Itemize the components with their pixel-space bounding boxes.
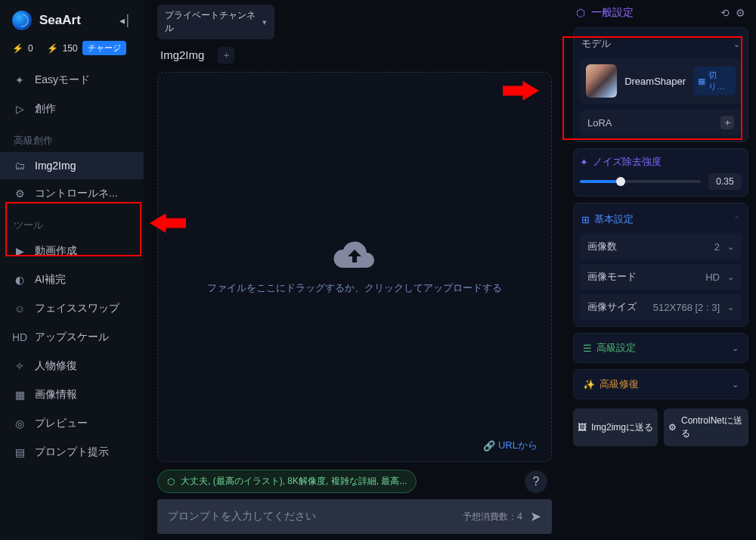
qr-icon: ▦: [698, 76, 705, 86]
image-size-row[interactable]: 画像サイズ 512X768 [2 : 3]⌄: [580, 294, 742, 320]
tab-img2img[interactable]: Img2Img: [157, 45, 207, 64]
private-channel-dropdown[interactable]: プライベートチャンネル ▾: [157, 5, 274, 39]
main-area: プライベートチャンネル ▾ Img2Img ＋ ファイルをここにドラッグするか、…: [144, 0, 565, 540]
image-size-value: 512X768 [2 : 3]: [653, 302, 720, 313]
nav-preview-label: プレビュー: [35, 417, 88, 430]
model-card: モデル ⌄ DreamShaper ▦ 切り… LoRA ＋: [573, 27, 748, 142]
brand-row: SeaArt ◂│: [0, 6, 144, 39]
send-icon[interactable]: ➤: [530, 508, 541, 525]
chevron-down-icon: ⌄: [732, 380, 739, 389]
top-strip: プライベートチャンネル ▾: [150, 0, 559, 39]
private-channel-label: プライベートチャンネル: [165, 9, 262, 35]
nav-img2img[interactable]: 🗂 Img2Img: [0, 152, 144, 179]
advanced-settings-card[interactable]: ☰高級設定 ⌄: [573, 333, 748, 363]
image-size-label: 画像サイズ: [587, 300, 637, 314]
list-icon: ▤: [14, 446, 26, 458]
cube-icon: ⬡: [167, 476, 175, 487]
nav-imginfo-label: 画像情報: [35, 388, 77, 402]
nav-video[interactable]: ▶動画作成: [0, 237, 144, 265]
denoise-slider-row: 0.35: [580, 173, 742, 190]
model-switch-button[interactable]: ▦ 切り…: [693, 67, 736, 95]
panel-title: 一般設定: [591, 6, 634, 20]
basic-label: 基本設定: [594, 213, 634, 226]
nav-video-label: 動画作成: [35, 244, 77, 258]
nav-aicomp-label: AI補完: [35, 273, 66, 287]
image-mode-label: 画像モード: [587, 270, 637, 284]
nav-upscale[interactable]: HDアップスケール: [0, 323, 144, 352]
send-img2img-button[interactable]: 🖼 Img2imgに送る: [573, 408, 658, 446]
add-lora-button[interactable]: ＋: [720, 116, 734, 129]
advanced-repair-card[interactable]: ✨高級修復 ⌄: [573, 369, 748, 399]
url-upload-label: URLから: [498, 439, 538, 452]
sidebar: SeaArt ◂│ ⚡ 0 ⚡ 150 チャージ ✦ Easyモード ▷ 創作 …: [0, 0, 144, 540]
model-section-label: モデル: [581, 37, 611, 51]
charge-button[interactable]: チャージ: [82, 41, 126, 55]
help-button[interactable]: ?: [525, 470, 547, 493]
denoise-slider[interactable]: [580, 180, 701, 183]
nav-restore-label: 人物修復: [35, 359, 77, 373]
suggestion-text: 大丈夫, (最高のイラスト), 8K解像度, 複雑な詳細, 最高...: [181, 475, 407, 488]
nav-aicomplete[interactable]: ◐AI補完: [0, 265, 144, 294]
sparkles-icon: ✨: [583, 379, 595, 390]
image-count-label: 画像数: [587, 240, 617, 253]
ai-icon: ◐: [14, 274, 26, 286]
collapse-sidebar-icon[interactable]: ◂│: [119, 14, 132, 26]
play-icon: ▷: [14, 103, 26, 115]
nav-create-label: 創作: [35, 102, 56, 116]
nav-img2img-label: Img2Img: [35, 160, 76, 172]
nav-controlnet[interactable]: ⚙ コントロールネ...: [0, 179, 144, 208]
bottom-area: ⬡ 大丈夫, (最高のイラスト), 8K解像度, 複雑な詳細, 最高... ? …: [150, 470, 559, 540]
panel-header: ⬡ 一般設定 ⟲ ⚙: [573, 5, 748, 21]
send-img2img-label: Img2imgに送る: [591, 421, 653, 434]
denoise-header: ✦ ノイズ除去強度: [580, 155, 742, 169]
settings-panel: ⬡ 一般設定 ⟲ ⚙ モデル ⌄ DreamShaper ▦ 切り… LoRA …: [565, 0, 756, 540]
url-upload-link[interactable]: 🔗 URLから: [483, 439, 538, 452]
eye-icon: ◎: [14, 417, 26, 430]
image-icon: 🖼: [578, 422, 587, 433]
refresh-icon[interactable]: ⟲: [720, 7, 730, 19]
image-mode-value: HD: [705, 272, 720, 283]
info-icon: ▦: [14, 389, 26, 401]
model-name: DreamShaper: [624, 76, 686, 87]
nav-restore[interactable]: ✧人物修復: [0, 352, 144, 380]
bolt-purple-icon: ⚡: [12, 43, 23, 54]
magic-icon: ✦: [580, 157, 588, 168]
brand-logo-icon: [12, 11, 32, 30]
prompt-input[interactable]: プロンプトを入力してください 予想消費数：4 ➤: [157, 499, 552, 534]
basic-header[interactable]: ⊞ 基本設定 ⌃: [580, 209, 742, 229]
credits-purple-value: 0: [28, 43, 33, 54]
repair-label: 高級修復: [600, 377, 639, 391]
nav-imginfo[interactable]: ▦画像情報: [0, 380, 144, 409]
send-controlnet-button[interactable]: ⚙ ControlNetに送る: [664, 408, 748, 446]
nav-upscale-label: アップスケール: [35, 331, 109, 344]
sparkle-icon: ✦: [14, 74, 26, 86]
advanced-label: 高級設定: [596, 341, 636, 355]
upload-canvas[interactable]: ファイルをここにドラッグするか、クリックしてアップロードする 🔗 URLから: [157, 72, 552, 462]
gear-icon[interactable]: ⚙: [736, 7, 745, 19]
image-count-row[interactable]: 画像数 2⌄: [580, 234, 742, 259]
model-header[interactable]: モデル ⌄: [580, 34, 742, 54]
nav-preview[interactable]: ◎プレビュー: [0, 409, 144, 438]
image-count-value: 2: [714, 241, 720, 253]
chevron-up-icon: ⌃: [733, 215, 740, 225]
wand-icon: ✧: [14, 360, 26, 372]
hd-icon: HD: [14, 331, 26, 343]
link-icon: 🔗: [483, 440, 495, 452]
nav-create[interactable]: ▷ 創作: [0, 95, 144, 123]
denoise-label: ノイズ除去強度: [593, 155, 662, 169]
model-selector[interactable]: DreamShaper ▦ 切り…: [580, 58, 742, 104]
video-icon: ▶: [14, 245, 26, 257]
add-tab-button[interactable]: ＋: [218, 47, 234, 64]
prompt-suggestion-pill[interactable]: ⬡ 大丈夫, (最高のイラスト), 8K解像度, 複雑な詳細, 最高...: [157, 470, 417, 493]
lora-row[interactable]: LoRA ＋: [580, 110, 742, 135]
chevron-down-icon: ▾: [262, 17, 267, 27]
brand-name: SeaArt: [39, 13, 112, 28]
nav-faceswap[interactable]: ☺フェイススワップ: [0, 294, 144, 323]
nav-prompt-tips[interactable]: ▤プロンプト提示: [0, 438, 144, 467]
basic-title: ⊞ 基本設定: [581, 213, 634, 226]
image-mode-row[interactable]: 画像モード HD⌄: [580, 264, 742, 290]
nav-easy-mode[interactable]: ✦ Easyモード: [0, 66, 144, 95]
chevron-down-icon: ⌄: [727, 303, 734, 312]
chevron-down-icon: ⌄: [727, 242, 734, 252]
lora-label: LoRA: [587, 117, 612, 129]
